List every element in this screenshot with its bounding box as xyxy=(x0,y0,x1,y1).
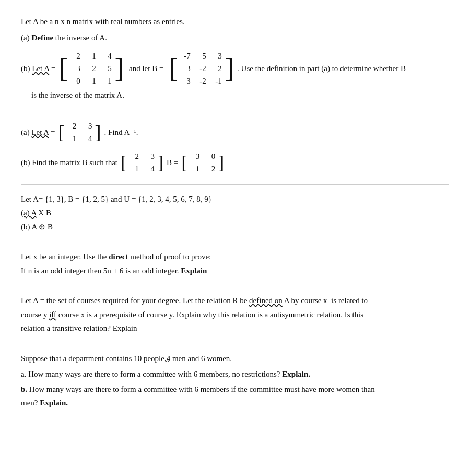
matrix-A-cells: 2 1 4 3 2 5 0 1 1 xyxy=(71,50,112,87)
section-5-line2: course y iff course x is a prerequisite … xyxy=(21,309,449,321)
bracket-left-B: [ xyxy=(169,55,178,82)
section-3-intro: Let A= {1, 3}, B = {1, 2, 5} and U = {1,… xyxy=(21,193,449,205)
section-1b: (b) Let A = [ 2 1 4 3 2 5 0 1 1 ] and le… xyxy=(21,50,449,87)
section-2a: (a) Let A = [ 2 3 1 4 ] . Find A⁻¹. xyxy=(21,120,449,145)
matrix-2a-cells: 2 3 1 4 xyxy=(67,120,92,145)
bracket-right-A: ] xyxy=(115,55,124,82)
section-1: Let A be a n x n matrix with real number… xyxy=(21,16,449,101)
section-5: Let A = the set of courses required for … xyxy=(21,295,449,334)
matrix-2b-A-cells: 2 3 1 4 xyxy=(130,150,155,175)
divider-4 xyxy=(21,286,449,286)
divider-5 xyxy=(21,344,449,344)
section-3b: (b) A ⊕ B xyxy=(21,221,449,233)
divider-3 xyxy=(21,242,449,242)
section-1b-post: . Use the definition in part (a) to dete… xyxy=(237,62,406,75)
section-2: (a) Let A = [ 2 3 1 4 ] . Find A⁻¹. (b) … xyxy=(21,120,449,175)
section-2a-post: . Find A⁻¹. xyxy=(104,126,138,138)
section-3: Let A= {1, 3}, B = {1, 2, 5} and U = {1,… xyxy=(21,193,449,233)
matrix-A-2x2-a: [ 2 3 1 4 ] xyxy=(58,120,101,145)
section-2b-label: (b) Find the matrix B such that xyxy=(21,156,118,169)
bracket-left-A: [ xyxy=(58,55,67,82)
section-6b-line1: b. How many ways are there to form a com… xyxy=(21,384,449,396)
bracket-right-B: ] xyxy=(225,55,234,82)
divider-2 xyxy=(21,184,449,185)
matrix-A-2x2-b: [ 2 3 1 4 ] xyxy=(121,150,163,175)
section-6b-line2: men? Explain. xyxy=(21,397,449,409)
section-2b: (b) Find the matrix B such that [ 2 3 1 … xyxy=(21,150,449,175)
and-text: and let B = xyxy=(129,62,163,75)
section-4-line1: Let x be an integer. Use the direct meth… xyxy=(21,251,449,263)
matrix-B-cells: -7 5 3 3 -2 2 3 -2 -1 xyxy=(181,50,222,87)
section-1a: (a) Define the inverse of A. xyxy=(21,32,449,44)
section-4: Let x be an integer. Use the direct meth… xyxy=(21,251,449,276)
matrix-B-3x3: [ -7 5 3 3 -2 2 3 -2 -1 ] xyxy=(169,50,234,87)
section-6: Suppose that a department contains 10 pe… xyxy=(21,353,449,409)
matrix-B-2x2-b: [ 3 0 1 2 ] xyxy=(181,150,224,175)
divider-1 xyxy=(21,111,449,111)
section-2b-mid: B = xyxy=(167,156,178,169)
matrix-A-3x3: [ 2 1 4 3 2 5 0 1 1 ] xyxy=(58,50,124,87)
section-6a: a. How many ways are there to form a com… xyxy=(21,368,449,380)
section-4-line2: If n is an odd integer then 5n + 6 is an… xyxy=(21,265,449,277)
section-1-intro: Let A be a n x n matrix with real number… xyxy=(21,16,449,28)
section-5-line3: relation a transitive relation? Explain xyxy=(21,322,449,334)
section-1b-footer: is the inverse of the matrix A. xyxy=(31,89,449,101)
section-5-line1: Let A = the set of courses required for … xyxy=(21,295,449,307)
section-3a: (a) A X B xyxy=(21,207,449,219)
matrix-2b-B-cells: 3 0 1 2 xyxy=(190,150,215,175)
section-6-intro: Suppose that a department contains 10 pe… xyxy=(21,353,449,365)
section-1b-label: (b) Let A = xyxy=(21,62,55,75)
section-2a-label: (a) Let A = xyxy=(21,126,55,138)
